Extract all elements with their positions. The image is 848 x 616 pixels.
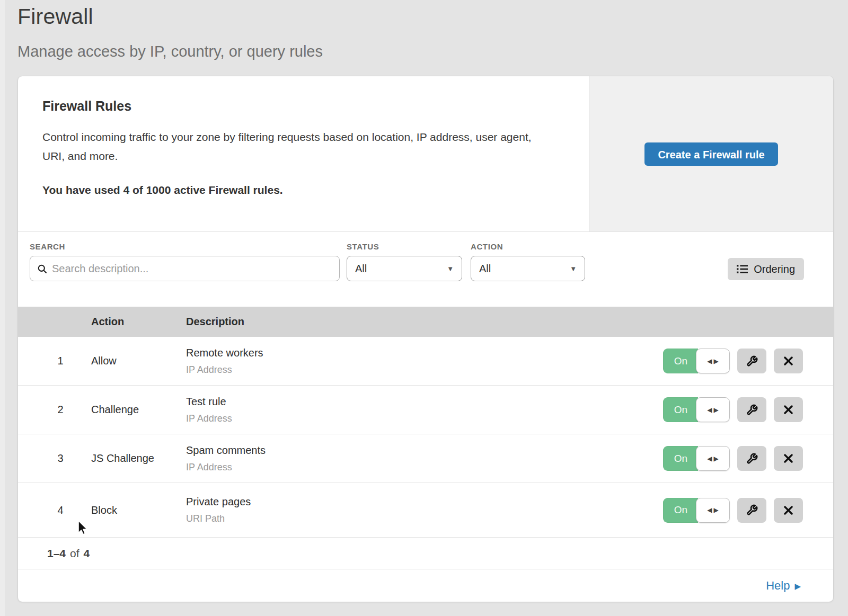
toggle-arrows-icon: ◀▶ bbox=[705, 358, 720, 365]
edit-rule-button[interactable] bbox=[737, 397, 766, 422]
wrench-icon bbox=[746, 504, 758, 516]
triangle-right-icon: ▶ bbox=[794, 581, 801, 591]
rule-enabled-toggle[interactable]: On ◀▶ bbox=[663, 498, 730, 523]
rule-description: Spam comments bbox=[186, 444, 663, 457]
window-edge bbox=[0, 0, 5, 616]
ordering-button[interactable]: Ordering bbox=[728, 258, 804, 280]
toggle-arrows-icon: ◀▶ bbox=[705, 506, 720, 514]
page-header: Firewall Manage access by IP, country, o… bbox=[17, 4, 323, 60]
help-label: Help bbox=[766, 579, 790, 593]
rule-action: Allow bbox=[91, 355, 186, 367]
rule-priority: 1 bbox=[18, 355, 91, 367]
table-row: 1 Allow Remote workers IP Address On ◀▶ bbox=[18, 337, 833, 386]
rule-description-cell: Test rule IP Address bbox=[186, 396, 663, 424]
rule-description: Test rule bbox=[186, 396, 663, 408]
rule-match-type: IP Address bbox=[186, 462, 663, 473]
toggle-handle[interactable]: ◀▶ bbox=[696, 349, 730, 373]
table-row: 3 JS Challenge Spam comments IP Address … bbox=[18, 434, 833, 483]
edit-rule-button[interactable] bbox=[737, 446, 766, 471]
search-input[interactable] bbox=[52, 263, 332, 275]
rule-action: JS Challenge bbox=[91, 452, 186, 465]
overview-heading: Firewall Rules bbox=[42, 99, 557, 114]
delete-rule-button[interactable] bbox=[774, 397, 803, 422]
overview-text-panel: Firewall Rules Control incoming traffic … bbox=[18, 76, 589, 231]
rule-description-cell: Remote workers IP Address bbox=[186, 347, 663, 376]
pagination-total: 4 bbox=[84, 547, 90, 560]
action-filter: ACTION All ▼ bbox=[471, 242, 585, 281]
action-select[interactable]: All ▼ bbox=[471, 256, 585, 281]
status-select[interactable]: All ▼ bbox=[347, 256, 462, 281]
wrench-icon bbox=[746, 355, 758, 367]
pagination: 1–4 of 4 bbox=[18, 538, 833, 569]
rule-match-type: IP Address bbox=[186, 413, 663, 424]
wrench-icon bbox=[746, 404, 758, 416]
status-label: STATUS bbox=[347, 242, 462, 251]
ordered-list-icon bbox=[737, 264, 748, 274]
rule-priority: 4 bbox=[18, 504, 91, 516]
chevron-down-icon: ▼ bbox=[570, 265, 577, 273]
search-filter: SEARCH bbox=[30, 242, 340, 281]
help-link[interactable]: Help ▶ bbox=[766, 579, 801, 593]
rule-priority: 3 bbox=[18, 452, 91, 465]
toggle-handle[interactable]: ◀▶ bbox=[696, 397, 730, 422]
close-icon bbox=[784, 506, 793, 515]
toggle-on-label: On bbox=[663, 498, 698, 523]
edit-rule-button[interactable] bbox=[737, 498, 766, 523]
toggle-on-label: On bbox=[663, 446, 698, 471]
action-column-header: Action bbox=[91, 316, 186, 328]
delete-rule-button[interactable] bbox=[774, 349, 803, 373]
rule-description: Remote workers bbox=[186, 347, 663, 359]
wrench-icon bbox=[746, 453, 758, 465]
close-icon bbox=[784, 356, 793, 365]
action-label: ACTION bbox=[471, 242, 585, 251]
table-row: 2 Challenge Test rule IP Address On ◀▶ bbox=[18, 386, 833, 434]
table-header: Action Description bbox=[18, 307, 833, 337]
rule-action: Block bbox=[91, 504, 186, 516]
toggle-arrows-icon: ◀▶ bbox=[705, 406, 720, 414]
page-title: Firewall bbox=[17, 4, 323, 29]
rule-description-cell: Spam comments IP Address bbox=[186, 444, 663, 473]
overview-section: Firewall Rules Control incoming traffic … bbox=[18, 76, 833, 232]
usage-note: You have used 4 of 1000 active Firewall … bbox=[42, 184, 557, 197]
toggle-on-label: On bbox=[663, 349, 698, 373]
rule-controls: On ◀▶ bbox=[663, 498, 833, 523]
rule-match-type: URI Path bbox=[186, 513, 663, 524]
search-box[interactable] bbox=[30, 256, 340, 281]
rule-description: Private pages bbox=[186, 496, 663, 508]
description-column-header: Description bbox=[186, 316, 833, 328]
delete-rule-button[interactable] bbox=[774, 446, 803, 471]
search-label: SEARCH bbox=[30, 242, 340, 251]
rule-enabled-toggle[interactable]: On ◀▶ bbox=[663, 397, 730, 422]
toggle-handle[interactable]: ◀▶ bbox=[696, 446, 730, 471]
edit-rule-button[interactable] bbox=[737, 349, 766, 373]
rule-enabled-toggle[interactable]: On ◀▶ bbox=[663, 446, 730, 471]
firewall-rules-card: Firewall Rules Control incoming traffic … bbox=[17, 76, 834, 602]
close-icon bbox=[784, 454, 793, 463]
rule-match-type: IP Address bbox=[186, 364, 663, 376]
rule-controls: On ◀▶ bbox=[663, 349, 833, 373]
ordering-button-label: Ordering bbox=[754, 263, 795, 275]
action-selected-value: All bbox=[479, 263, 491, 275]
rule-priority: 2 bbox=[18, 404, 91, 416]
pagination-of: of bbox=[70, 547, 80, 560]
close-icon bbox=[784, 405, 793, 414]
delete-rule-button[interactable] bbox=[774, 498, 803, 523]
create-firewall-rule-button[interactable]: Create a Firewall rule bbox=[644, 142, 778, 166]
search-icon bbox=[37, 264, 47, 274]
filters-bar: SEARCH STATUS All ▼ ACTION All ▼ bbox=[18, 232, 833, 307]
card-footer: Help ▶ bbox=[18, 569, 833, 602]
page-subtitle: Manage access by IP, country, or query r… bbox=[17, 43, 323, 60]
toggle-arrows-icon: ◀▶ bbox=[705, 455, 720, 462]
status-filter: STATUS All ▼ bbox=[347, 242, 462, 281]
rule-action: Challenge bbox=[91, 404, 186, 416]
pagination-range: 1–4 bbox=[47, 547, 66, 560]
table-row: 4 Block Private pages URI Path On ◀▶ bbox=[18, 483, 833, 538]
rule-description-cell: Private pages URI Path bbox=[186, 496, 663, 524]
toggle-handle[interactable]: ◀▶ bbox=[696, 498, 730, 523]
status-selected-value: All bbox=[355, 263, 367, 275]
toggle-on-label: On bbox=[663, 397, 698, 422]
rule-controls: On ◀▶ bbox=[663, 397, 833, 422]
rule-controls: On ◀▶ bbox=[663, 446, 833, 471]
create-rule-panel: Create a Firewall rule bbox=[589, 76, 833, 231]
rule-enabled-toggle[interactable]: On ◀▶ bbox=[663, 349, 730, 373]
